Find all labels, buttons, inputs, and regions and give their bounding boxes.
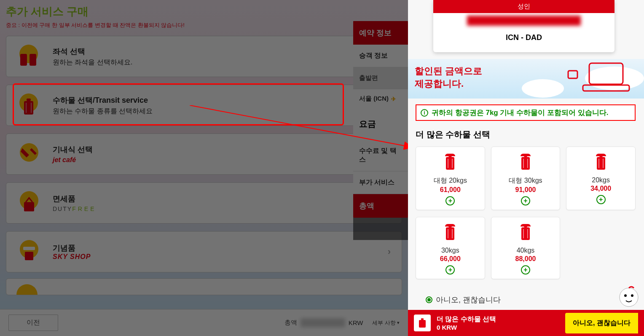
svg-rect-43	[419, 320, 426, 328]
info-icon: i	[421, 109, 428, 117]
baggage-option[interactable]: 30kgs66,000+	[416, 217, 485, 279]
service-souvenir-sub: SKY SHOP	[53, 253, 388, 261]
baggage-price: 91,000	[495, 186, 557, 194]
baggage-price: 61,000	[419, 186, 481, 194]
svg-rect-36	[521, 227, 530, 240]
svg-rect-21	[448, 155, 452, 157]
dutyfree-icon	[14, 190, 43, 216]
svg-rect-32	[446, 227, 454, 240]
footer-no-thanks-button[interactable]: 아니오, 괜찮습니다	[565, 313, 638, 333]
detail-toggle[interactable]: 세부 사항▾	[372, 319, 400, 327]
baggage-option[interactable]: 대형 30kgs91,000+	[491, 147, 561, 210]
baggage-footer: 더 많은 수하물 선택 0 KRW 아니오, 괜찮습니다	[408, 310, 644, 336]
svg-point-40	[620, 288, 638, 307]
baggage-panel: 성인 ICN - DAD 할인된 금액으로 제공합니다. i 귀하의 항공권은 …	[408, 0, 644, 336]
prev-button[interactable]: 이전	[8, 315, 58, 331]
souvenir-icon	[14, 239, 43, 264]
baggage-option[interactable]: 대형 20kgs61,000+	[416, 147, 485, 210]
svg-rect-28	[597, 157, 605, 170]
baggage-label: 30kgs	[419, 247, 481, 254]
add-icon[interactable]: +	[445, 265, 455, 275]
passenger-name-hidden	[467, 16, 581, 26]
baggage-grid: 대형 20kgs61,000+대형 30kgs91,000+20kgs34,00…	[416, 147, 636, 279]
footer-suitcase-icon	[414, 315, 431, 331]
svg-rect-12	[23, 247, 35, 250]
service-seat[interactable]: 좌석 선택 원하는 좌석을 선택하세요. ›	[6, 36, 402, 77]
svg-rect-44	[421, 318, 424, 320]
service-souvenir-title: 기념품	[53, 243, 388, 253]
add-icon[interactable]: +	[521, 265, 530, 275]
promo-illustration	[518, 59, 644, 99]
promo-banner: 할인된 금액으로 제공합니다.	[408, 59, 644, 99]
service-baggage-title: 수하물 선택/Transit service	[53, 95, 388, 105]
svg-rect-10	[24, 202, 34, 211]
radio-icon	[426, 296, 432, 303]
svg-point-16	[585, 67, 644, 90]
suitcase-icon	[593, 153, 609, 171]
passenger-route: ICN - DAD	[433, 28, 614, 48]
service-dutyfree-sub: DUTYFREE	[53, 205, 388, 212]
baggage-option[interactable]: 40kgs88,000+	[491, 217, 561, 279]
baggage-option[interactable]: 20kgs34,000+	[566, 147, 636, 210]
service-baggage[interactable]: 수하물 선택/Transit service 원하는 수하물 종류를 선택하세요…	[6, 85, 402, 126]
passenger-type: 성인	[433, 0, 614, 13]
footer-title: 더 많은 수하물 선택	[437, 315, 496, 324]
no-thanks-label: 아니오, 괜찮습니다	[436, 295, 501, 305]
add-icon[interactable]: +	[445, 196, 455, 205]
service-meal-sub: jet café	[53, 156, 388, 164]
svg-rect-29	[599, 155, 603, 157]
svg-rect-2	[30, 54, 36, 66]
suitcase-icon	[517, 223, 534, 242]
dutyfree-suffix: FREE	[72, 205, 96, 212]
service-meal-title: 기내식 선택	[53, 144, 388, 155]
svg-rect-20	[446, 157, 454, 170]
suitcase-icon	[517, 153, 534, 171]
baggage-price: 66,000	[419, 255, 481, 263]
suitcase-icon	[442, 223, 459, 242]
meal-icon	[14, 141, 43, 167]
passenger-card: 성인 ICN - DAD	[433, 0, 614, 52]
footer-amount: 0 KRW	[437, 324, 496, 331]
seat-icon	[14, 44, 43, 69]
page-title: 추가 서비스 구매	[6, 4, 402, 19]
addon-purchase-panel: 추가 서비스 구매 중요 : 이전에 구매 한 일부 서비스를 변경할 때 잔액…	[0, 0, 408, 336]
add-icon[interactable]: +	[596, 195, 606, 204]
no-thanks-radio[interactable]: 아니오, 괜찮습니다	[426, 295, 501, 305]
svg-point-42	[631, 294, 633, 297]
baggage-label: 40kgs	[495, 247, 557, 254]
promo-line1: 할인된 금액으로	[415, 65, 482, 77]
service-more-peek	[6, 278, 402, 295]
service-dutyfree-title: 면세품	[53, 194, 388, 204]
promo-line2: 제공합니다.	[415, 77, 482, 90]
baggage-label: 20kgs	[570, 176, 632, 184]
more-baggage-title: 더 많은 수하물 선택	[416, 129, 490, 140]
service-dutyfree[interactable]: 면세품 DUTYFREE ›	[6, 182, 402, 224]
svg-rect-19	[568, 71, 577, 78]
service-meal[interactable]: 기내식 선택 jet café ›	[6, 133, 402, 175]
total-amount-hidden: 000000	[301, 318, 345, 327]
baggage-price: 34,000	[570, 185, 632, 192]
addon-content: 추가 서비스 구매 중요 : 이전에 구매 한 일부 서비스를 변경할 때 잔액…	[0, 0, 408, 295]
add-icon[interactable]: +	[521, 196, 530, 205]
total-label: 총액	[284, 319, 297, 327]
caret-down-icon: ▾	[397, 320, 400, 325]
baggage-icon	[14, 93, 43, 118]
service-souvenir[interactable]: 기념품 SKY SHOP ›	[6, 231, 402, 272]
service-seat-sub: 원하는 좌석을 선택하세요.	[53, 58, 388, 67]
baggage-label: 대형 30kgs	[495, 176, 557, 185]
svg-rect-25	[524, 155, 527, 157]
service-seat-title: 좌석 선택	[53, 46, 388, 56]
svg-rect-13	[25, 252, 33, 260]
baggage-label: 대형 20kgs	[419, 176, 481, 185]
baggage-price: 88,000	[495, 255, 557, 263]
svg-point-15	[522, 79, 564, 98]
page-warning: 중요 : 이전에 구매 한 일부 서비스를 변경할 때 잔액은 환불되지 않습니…	[6, 21, 402, 29]
svg-rect-24	[521, 157, 530, 170]
svg-rect-37	[524, 225, 527, 227]
dutyfree-prefix: DUTY	[53, 205, 72, 212]
svg-rect-4	[24, 101, 33, 115]
suitcase-icon	[442, 153, 459, 171]
total-currency: KRW	[349, 319, 363, 326]
svg-rect-1	[20, 54, 27, 66]
bottom-bar: 이전 총액 000000 KRW 세부 사항▾	[0, 309, 408, 336]
